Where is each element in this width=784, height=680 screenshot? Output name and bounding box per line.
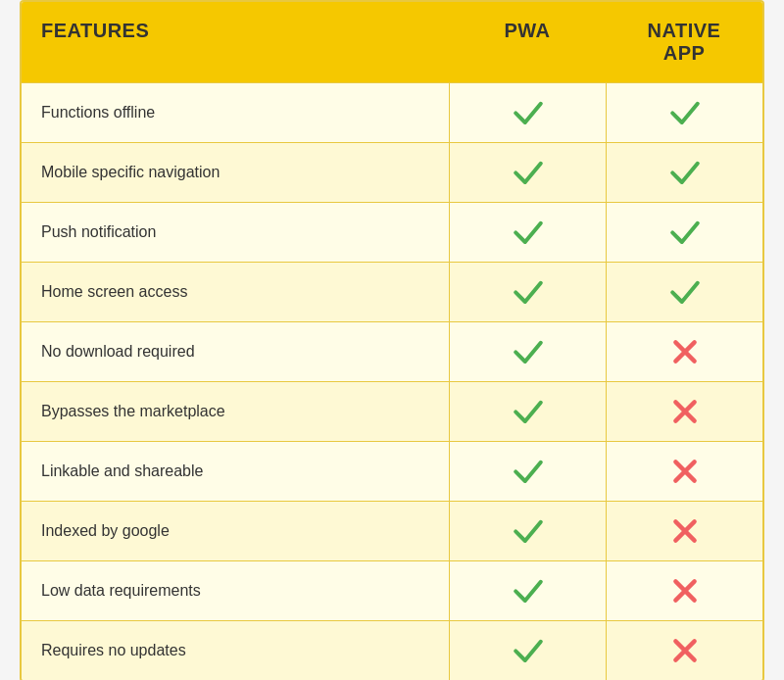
comparison-table: FEATURES PWA NATIVE APP Functions offlin… [20,0,764,680]
cross-icon [671,517,699,545]
check-icon [669,159,701,186]
feature-label: Push notification [22,203,449,262]
pwa-cell [449,322,606,381]
check-icon [513,219,544,246]
check-icon [513,338,544,365]
native-cell [606,502,762,560]
table-row: Push notification [22,202,762,262]
feature-label: Low data requirements [22,561,449,620]
native-cell [606,442,762,501]
table-row: Linkable and shareable [22,441,762,501]
check-icon [513,637,544,664]
table-row: Requires no updates [22,620,762,680]
native-cell [606,263,762,321]
check-icon [513,577,544,605]
native-cell [606,203,762,262]
table-row: Bypasses the marketplace [22,381,762,441]
table-row: Functions offline [22,82,762,142]
feature-label: Indexed by google [22,502,449,560]
pwa-cell [449,83,606,142]
pwa-cell [449,561,606,620]
pwa-cell [449,502,606,560]
check-icon [513,517,544,545]
check-icon [513,159,544,186]
feature-label: Requires no updates [22,621,449,680]
pwa-cell [449,442,606,501]
table-row: Indexed by google [22,501,762,560]
native-cell [606,621,762,680]
pwa-cell [449,203,606,262]
features-header: FEATURES [22,2,449,82]
native-cell [606,83,762,142]
native-header: NATIVE APP [606,2,762,82]
feature-label: Bypasses the marketplace [22,382,449,441]
cross-icon [671,637,699,664]
feature-label: Home screen access [22,263,449,321]
cross-icon [671,338,699,365]
pwa-cell [449,143,606,202]
check-icon [513,398,544,425]
feature-label: Mobile specific navigation [22,143,449,202]
table-row: No download required [22,321,762,381]
pwa-cell [449,263,606,321]
table-body: Functions offline Mobile specific naviga… [22,82,762,680]
pwa-cell [449,621,606,680]
table-row: Mobile specific navigation [22,142,762,202]
native-cell [606,561,762,620]
pwa-cell [449,382,606,441]
check-icon [513,458,544,485]
table-header: FEATURES PWA NATIVE APP [22,2,762,82]
check-icon [669,99,701,126]
native-cell [606,382,762,441]
cross-icon [671,577,699,605]
native-cell [606,322,762,381]
table-row: Home screen access [22,262,762,321]
native-cell [606,143,762,202]
check-icon [513,278,544,306]
check-icon [669,278,701,306]
table-row: Low data requirements [22,560,762,620]
pwa-header: PWA [449,2,606,82]
check-icon [513,99,544,126]
check-icon [669,219,701,246]
feature-label: Linkable and shareable [22,442,449,501]
feature-label: Functions offline [22,83,449,142]
cross-icon [671,458,699,485]
cross-icon [671,398,699,425]
feature-label: No download required [22,322,449,381]
